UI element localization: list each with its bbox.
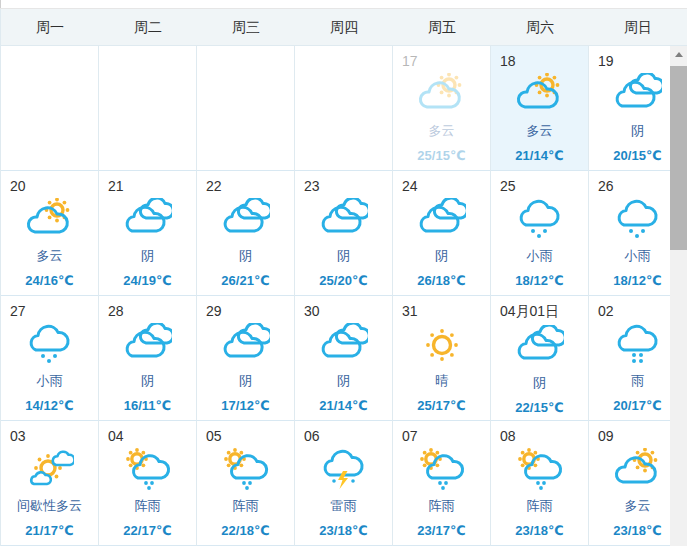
temperature-range: 21/17℃ (1, 523, 98, 538)
temperature-range: 14/12℃ (1, 398, 98, 413)
day-number: 31 (393, 296, 490, 319)
scroll-up-arrow-icon (675, 52, 683, 57)
shower-icon (516, 448, 564, 492)
calendar-day-cell[interactable]: 22阴26/21℃ (197, 171, 295, 296)
day-number: 04月01日 (491, 296, 588, 321)
calendar-day-cell[interactable]: 29阴17/12℃ (197, 296, 295, 421)
partly-cloudy-icon (614, 448, 662, 492)
weather-condition: 小雨 (1, 372, 98, 390)
light-rain-icon (516, 198, 564, 242)
day-number: 17 (393, 46, 490, 69)
day-number: 27 (1, 296, 98, 319)
calendar-day-cell[interactable]: 24阴26/18℃ (393, 171, 491, 296)
overcast-icon (222, 198, 270, 242)
calendar-panel: 周一周二周三周四周五周六周日 17多云25/15℃18多云21/14℃19阴20… (0, 8, 687, 546)
weather-condition: 阴 (295, 372, 392, 390)
weather-condition: 阵雨 (99, 497, 196, 515)
day-number: 05 (197, 421, 294, 444)
calendar-day-cell[interactable]: 08阵雨23/18℃ (491, 421, 589, 546)
weather-condition: 小雨 (491, 247, 588, 265)
calendar-day-cell[interactable]: 17多云25/15℃ (393, 46, 491, 171)
partly-cloudy-icon (418, 73, 466, 117)
overcast-icon (614, 73, 662, 117)
top-strip (0, 0, 687, 8)
temperature-range: 26/18℃ (393, 273, 490, 288)
temperature-range: 25/17℃ (393, 398, 490, 413)
weekday-header-row: 周一周二周三周四周五周六周日 (0, 9, 687, 46)
overcast-icon (320, 323, 368, 367)
calendar-day-cell[interactable]: 23阴25/20℃ (295, 171, 393, 296)
weather-calendar: 周一周二周三周四周五周六周日 17多云25/15℃18多云21/14℃19阴20… (0, 0, 687, 546)
weather-condition: 阵雨 (393, 497, 490, 515)
calendar-day-cell[interactable]: 05阵雨22/18℃ (197, 421, 295, 546)
day-number: 25 (491, 171, 588, 194)
shower-icon (418, 448, 466, 492)
calendar-day-cell[interactable]: 04阵雨22/17℃ (99, 421, 197, 546)
weather-condition: 阴 (491, 374, 588, 392)
temperature-range: 22/15℃ (491, 400, 588, 415)
weekday-label: 周四 (295, 9, 393, 46)
calendar-day-cell[interactable]: 18多云21/14℃ (491, 46, 589, 171)
weekday-label: 周日 (589, 9, 687, 46)
calendar-day-cell[interactable]: 20多云24/16℃ (1, 171, 99, 296)
day-number: 28 (99, 296, 196, 319)
weather-condition: 多云 (393, 122, 490, 140)
calendar-day-cell[interactable]: 31晴25/17℃ (393, 296, 491, 421)
overcast-icon (418, 198, 466, 242)
light-rain-icon (26, 323, 74, 367)
shower-icon (222, 448, 270, 492)
temperature-range: 26/21℃ (197, 273, 294, 288)
calendar-day-cell[interactable]: 21阴24/19℃ (99, 171, 197, 296)
calendar-day-cell[interactable]: 03间歇性多云21/17℃ (1, 421, 99, 546)
scrollbar-thumb[interactable] (670, 66, 687, 250)
temperature-range: 18/12℃ (491, 273, 588, 288)
weather-condition: 阴 (197, 247, 294, 265)
scroll-up-button[interactable] (670, 46, 687, 63)
calendar-day-cell[interactable]: 04月01日阴22/15℃ (491, 296, 589, 421)
day-number: 08 (491, 421, 588, 444)
calendar-day-cell[interactable]: 06雷雨23/18℃ (295, 421, 393, 546)
temperature-range: 22/18℃ (197, 523, 294, 538)
weather-condition: 阴 (393, 247, 490, 265)
calendar-day-cell[interactable]: 25小雨18/12℃ (491, 171, 589, 296)
temperature-range: 25/20℃ (295, 273, 392, 288)
day-number: 06 (295, 421, 392, 444)
day-number: 07 (393, 421, 490, 444)
calendar-day-cell[interactable]: 27小雨14/12℃ (1, 296, 99, 421)
overcast-icon (320, 198, 368, 242)
day-number: 22 (197, 171, 294, 194)
weather-condition: 多云 (491, 122, 588, 140)
weather-condition: 阵雨 (197, 497, 294, 515)
day-number: 04 (99, 421, 196, 444)
vertical-scrollbar[interactable] (670, 46, 687, 546)
empty-cell (1, 46, 99, 171)
weather-condition: 阴 (99, 247, 196, 265)
weather-condition: 多云 (1, 247, 98, 265)
partly-cloudy-icon (26, 198, 74, 242)
weather-condition: 晴 (393, 372, 490, 390)
thunderstorm-icon (320, 448, 368, 492)
temperature-range: 22/17℃ (99, 523, 196, 538)
weekday-label: 周一 (1, 9, 99, 46)
day-number: 24 (393, 171, 490, 194)
weather-condition: 阴 (197, 372, 294, 390)
partly-cloudy-icon (516, 73, 564, 117)
calendar-day-cell[interactable]: 07阵雨23/17℃ (393, 421, 491, 546)
shower-icon (124, 448, 172, 492)
calendar-day-cell[interactable]: 28阴16/11℃ (99, 296, 197, 421)
weather-condition: 间歇性多云 (1, 497, 98, 515)
day-number: 23 (295, 171, 392, 194)
light-rain-icon (614, 198, 662, 242)
day-number: 21 (99, 171, 196, 194)
day-number: 30 (295, 296, 392, 319)
temperature-range: 16/11℃ (99, 398, 196, 413)
temperature-range: 25/15℃ (393, 148, 490, 163)
weather-condition: 阵雨 (491, 497, 588, 515)
weekday-label: 周二 (99, 9, 197, 46)
calendar-day-cell[interactable]: 30阴21/14℃ (295, 296, 393, 421)
temperature-range: 24/19℃ (99, 273, 196, 288)
weather-condition: 阴 (295, 247, 392, 265)
intermittent-cloudy-icon (26, 448, 74, 492)
empty-cell (99, 46, 197, 171)
calendar-grid: 17多云25/15℃18多云21/14℃19阴20/15℃20多云24/16℃2… (0, 46, 687, 546)
